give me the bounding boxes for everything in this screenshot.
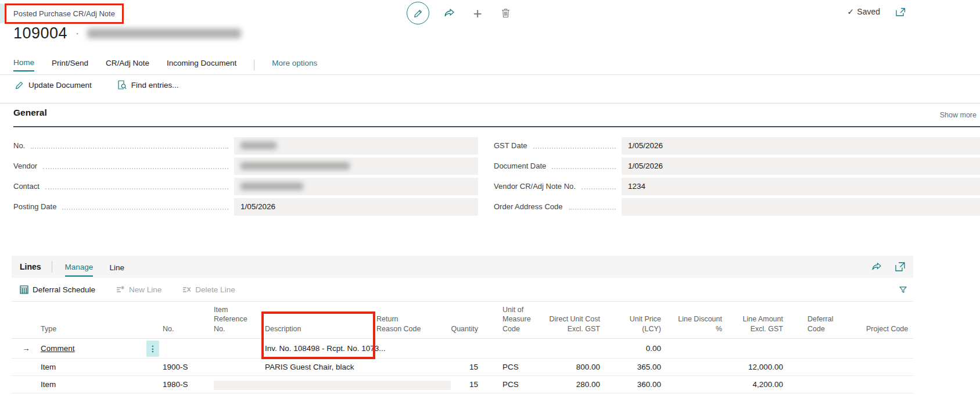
cell-type[interactable]: Item	[30, 375, 152, 393]
tab-print-send[interactable]: Print/Send	[52, 59, 88, 71]
cell-quantity[interactable]	[427, 338, 485, 358]
cell-deferral-code[interactable]	[790, 358, 851, 375]
cell-no[interactable]	[152, 338, 203, 358]
field-value-vendor-cr-adj-note-no[interactable]: 1234	[622, 178, 980, 195]
show-more-link[interactable]: Show more	[940, 111, 977, 119]
cell-description[interactable]: Inv. No. 108498 - Rcpt. No. 1073...	[254, 338, 366, 358]
tabs-rule	[0, 74, 980, 75]
general-section: General Show more No. Vendor Contact Pos…	[13, 108, 980, 217]
popout-button[interactable]	[896, 8, 906, 16]
cell-return-reason-code[interactable]	[366, 358, 427, 375]
cell-no[interactable]: 1980-S	[152, 375, 203, 393]
column-header-description[interactable]: Description	[254, 302, 366, 338]
cell-unit-of-measure-code[interactable]: PCS	[485, 358, 546, 375]
deferral-schedule-button[interactable]: Deferral Schedule	[20, 285, 95, 294]
field-value-posting-date[interactable]: 1/05/2026	[234, 198, 478, 216]
cell-project-code[interactable]	[851, 375, 913, 393]
share-icon	[444, 8, 455, 19]
section-divider	[0, 103, 980, 103]
cell-type[interactable]: Item	[30, 358, 152, 375]
cell-unit-price[interactable]: 365.00	[607, 358, 668, 375]
lines-tab-line[interactable]: Line	[109, 258, 124, 276]
column-header-item-reference-no[interactable]: Item Reference No.	[203, 302, 254, 338]
table-header-row: Type No. Item Reference No. Description …	[12, 302, 913, 338]
field-vendor: Vendor	[13, 156, 478, 176]
cell-unit-of-measure-code[interactable]: PCS	[485, 375, 546, 393]
lines-share-button[interactable]	[871, 262, 882, 272]
cell-item-reference-no[interactable]	[203, 358, 254, 375]
popout-icon	[896, 8, 906, 16]
field-contact: Contact	[13, 176, 478, 196]
cell-line-amount[interactable]: 12,000.00	[729, 358, 790, 375]
find-entries-button[interactable]: Find entries...	[117, 80, 179, 89]
cell-direct-unit-cost[interactable]: 280.00	[546, 375, 607, 393]
update-document-label: Update Document	[28, 81, 92, 89]
plus-icon: +	[473, 8, 482, 19]
cell-deferral-code[interactable]	[790, 375, 851, 393]
column-header-no[interactable]: No.	[152, 302, 203, 338]
column-header-unit-of-measure-code[interactable]: Unit of Measure Code	[485, 302, 546, 338]
partial-field-box[interactable]	[214, 381, 451, 390]
field-value-document-date[interactable]: 1/05/2026	[622, 157, 980, 175]
column-header-quantity[interactable]: Quantity	[427, 302, 485, 338]
cell-quantity[interactable]: 15	[427, 358, 485, 375]
dotted-leader	[43, 167, 228, 169]
field-value-order-address-code[interactable]	[622, 198, 980, 216]
more-options-button[interactable]: More options	[272, 59, 317, 71]
lines-divider	[52, 261, 52, 273]
redacted-value	[240, 182, 303, 190]
field-value-vendor[interactable]	[234, 157, 478, 175]
action-bar: Update Document Find entries...	[15, 80, 179, 89]
row-menu-button[interactable]: ⋮	[146, 341, 159, 357]
filter-icon[interactable]	[899, 285, 907, 294]
lines-expand-button[interactable]	[895, 262, 905, 271]
cell-line-discount[interactable]	[668, 338, 729, 358]
tab-incoming-document[interactable]: Incoming Document	[167, 59, 236, 71]
dotted-leader	[533, 146, 616, 149]
cell-project-code[interactable]	[851, 338, 913, 358]
cell-unit-of-measure-code[interactable]	[485, 338, 546, 358]
dotted-leader	[45, 187, 228, 189]
cell-no[interactable]: 1900-S	[152, 358, 203, 375]
column-header-line-amount[interactable]: Line Amount Excl. GST	[729, 302, 790, 338]
cell-project-code[interactable]	[851, 358, 913, 375]
redacted-value	[240, 162, 350, 170]
column-header-deferral-code[interactable]: Deferral Code	[790, 302, 851, 338]
column-header-direct-unit-cost[interactable]: Direct Unit Cost Excl. GST	[546, 302, 607, 338]
field-value-contact[interactable]	[234, 178, 478, 195]
deferral-schedule-icon	[20, 285, 28, 294]
column-header-project-code[interactable]: Project Code	[851, 302, 913, 338]
lines-section-title: Lines	[20, 262, 41, 271]
cell-line-amount[interactable]	[729, 338, 790, 358]
cell-type[interactable]: Comment	[41, 344, 75, 353]
cell-line-amount[interactable]: 4,200.00	[729, 375, 790, 393]
edit-button[interactable]	[407, 2, 429, 24]
pencil-icon	[15, 81, 24, 89]
cell-unit-price[interactable]: 360.00	[607, 375, 668, 393]
tab-cr-adj-note[interactable]: CR/Adj Note	[106, 59, 149, 71]
cell-item-reference-no[interactable]	[203, 338, 254, 358]
field-value-gst-date[interactable]: 1/05/2026	[622, 137, 980, 155]
column-header-type[interactable]: Type	[30, 302, 152, 338]
delete-button[interactable]	[498, 6, 513, 21]
add-button[interactable]: +	[470, 6, 485, 21]
share-button[interactable]	[442, 6, 457, 21]
update-document-button[interactable]: Update Document	[15, 81, 92, 89]
field-value-no[interactable]	[234, 137, 478, 155]
cell-description[interactable]: PARIS Guest Chair, black	[254, 358, 366, 375]
cell-direct-unit-cost[interactable]	[546, 338, 607, 358]
cell-deferral-code[interactable]	[790, 338, 851, 358]
cell-direct-unit-cost[interactable]: 800.00	[546, 358, 607, 375]
column-header-unit-price[interactable]: Unit Price (LCY)	[607, 302, 668, 338]
field-label-no: No.	[13, 141, 25, 150]
column-header-line-discount[interactable]: Line Discount %	[668, 302, 729, 338]
cell-line-discount[interactable]	[668, 358, 729, 375]
lines-tab-manage[interactable]: Manage	[65, 257, 94, 277]
saved-label: Saved	[857, 7, 880, 16]
tab-home[interactable]: Home	[13, 58, 34, 71]
find-entries-icon	[117, 80, 127, 89]
cell-unit-price[interactable]: 0.00	[607, 338, 668, 358]
cell-line-discount[interactable]	[668, 375, 729, 393]
column-header-return-reason-code[interactable]: Return Reason Code	[366, 302, 427, 338]
general-section-title[interactable]: General	[13, 108, 47, 117]
